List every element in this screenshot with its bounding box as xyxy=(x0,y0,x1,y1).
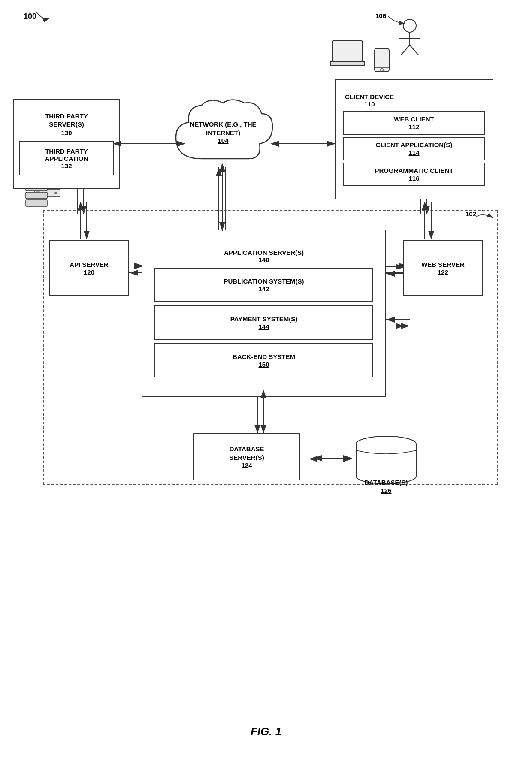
application-server-outer-box: APPLICATION SERVER(S) 140 PUBLICATION SY… xyxy=(142,230,386,397)
network-label: NETWORK (E.G., THE INTERNET) 104 xyxy=(167,120,279,144)
laptop-icon xyxy=(330,39,373,69)
web-client-box: WEB CLIENT 112 xyxy=(343,111,485,135)
payment-system-box: PAYMENT SYSTEM(S) 144 xyxy=(154,305,373,340)
svg-point-40 xyxy=(54,192,57,194)
api-server-box: API SERVER 120 xyxy=(49,240,129,296)
third-party-server-label: THIRD PARTY SERVER(S) 130 xyxy=(45,112,88,137)
database-label: DATABASE(S) 126 xyxy=(352,478,420,494)
third-party-app-box: THIRD PARTY APPLICATION 132 xyxy=(19,141,114,175)
ref-100-arrow xyxy=(34,10,51,23)
svg-rect-25 xyxy=(330,61,365,66)
svg-rect-44 xyxy=(26,200,47,206)
third-party-server-box: THIRD PARTY SERVER(S) 130 THIRD PARTY AP… xyxy=(13,99,120,189)
svg-rect-26 xyxy=(375,48,389,72)
ref-106-label: 106 xyxy=(375,12,386,19)
programmatic-client-box: PROGRAMMATIC CLIENT 116 xyxy=(343,163,485,186)
figure-label: FIG. 1 xyxy=(251,725,281,738)
svg-rect-24 xyxy=(332,41,363,61)
web-server-box: WEB SERVER 122 xyxy=(403,240,483,296)
svg-point-19 xyxy=(403,19,416,32)
publication-system-box: PUBLICATION SYSTEM(S) 142 xyxy=(154,268,373,302)
svg-rect-65 xyxy=(357,444,416,476)
third-party-app-label: THIRD PARTY APPLICATION 132 xyxy=(45,148,88,169)
svg-line-22 xyxy=(401,45,410,55)
database-cylinder-icon xyxy=(352,433,420,485)
svg-line-23 xyxy=(410,45,418,55)
client-device-label: CLIENT DEVICE 110 xyxy=(341,93,394,108)
diagram: 100 106 xyxy=(0,0,532,764)
client-app-box: CLIENT APPLICATION(S) 114 xyxy=(343,137,485,160)
app-server-label: APPLICATION SERVER(S) 140 xyxy=(224,249,304,263)
backend-system-box: BACK-END SYSTEM 150 xyxy=(154,343,373,377)
database-server-box: DATABASE SERVER(S) 124 xyxy=(193,433,300,480)
phone-icon xyxy=(373,47,390,73)
client-device-box: CLIENT DEVICE 110 WEB CLIENT 112 CLIENT … xyxy=(335,79,493,199)
person-icon xyxy=(395,17,425,56)
ref-100-label: 100 xyxy=(24,12,36,21)
svg-rect-43 xyxy=(26,192,47,199)
